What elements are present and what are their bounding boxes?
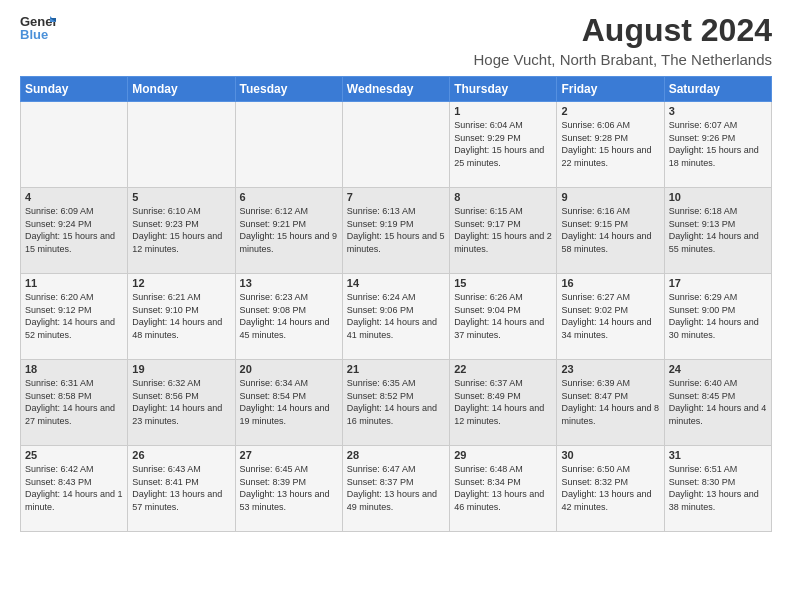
day-number: 17 bbox=[669, 277, 767, 289]
calendar-cell: 22Sunrise: 6:37 AMSunset: 8:49 PMDayligh… bbox=[450, 360, 557, 446]
day-info: Sunrise: 6:26 AM bbox=[454, 291, 552, 304]
calendar-day-header: Sunday bbox=[21, 77, 128, 102]
svg-text:Blue: Blue bbox=[20, 27, 48, 42]
day-info: Sunrise: 6:29 AM bbox=[669, 291, 767, 304]
calendar-cell: 26Sunrise: 6:43 AMSunset: 8:41 PMDayligh… bbox=[128, 446, 235, 532]
day-info: Daylight: 14 hours and 45 minutes. bbox=[240, 316, 338, 341]
calendar-day-header: Friday bbox=[557, 77, 664, 102]
day-number: 6 bbox=[240, 191, 338, 203]
day-info: Sunrise: 6:35 AM bbox=[347, 377, 445, 390]
calendar-cell: 27Sunrise: 6:45 AMSunset: 8:39 PMDayligh… bbox=[235, 446, 342, 532]
day-info: Sunset: 9:23 PM bbox=[132, 218, 230, 231]
day-info: Sunset: 9:17 PM bbox=[454, 218, 552, 231]
calendar-cell: 28Sunrise: 6:47 AMSunset: 8:37 PMDayligh… bbox=[342, 446, 449, 532]
calendar-cell: 7Sunrise: 6:13 AMSunset: 9:19 PMDaylight… bbox=[342, 188, 449, 274]
day-info: Daylight: 14 hours and 19 minutes. bbox=[240, 402, 338, 427]
day-number: 3 bbox=[669, 105, 767, 117]
day-info: Sunrise: 6:06 AM bbox=[561, 119, 659, 132]
day-number: 21 bbox=[347, 363, 445, 375]
calendar-cell: 18Sunrise: 6:31 AMSunset: 8:58 PMDayligh… bbox=[21, 360, 128, 446]
day-info: Daylight: 15 hours and 12 minutes. bbox=[132, 230, 230, 255]
calendar-cell: 24Sunrise: 6:40 AMSunset: 8:45 PMDayligh… bbox=[664, 360, 771, 446]
day-info: Daylight: 13 hours and 38 minutes. bbox=[669, 488, 767, 513]
day-info: Sunset: 8:43 PM bbox=[25, 476, 123, 489]
day-info: Sunrise: 6:12 AM bbox=[240, 205, 338, 218]
day-info: Daylight: 14 hours and 52 minutes. bbox=[25, 316, 123, 341]
day-number: 22 bbox=[454, 363, 552, 375]
day-info: Sunrise: 6:24 AM bbox=[347, 291, 445, 304]
day-info: Sunset: 9:02 PM bbox=[561, 304, 659, 317]
day-number: 16 bbox=[561, 277, 659, 289]
calendar-cell bbox=[128, 102, 235, 188]
calendar-cell bbox=[235, 102, 342, 188]
calendar-cell: 19Sunrise: 6:32 AMSunset: 8:56 PMDayligh… bbox=[128, 360, 235, 446]
day-number: 5 bbox=[132, 191, 230, 203]
day-number: 12 bbox=[132, 277, 230, 289]
day-info: Daylight: 15 hours and 9 minutes. bbox=[240, 230, 338, 255]
day-number: 25 bbox=[25, 449, 123, 461]
day-info: Daylight: 13 hours and 57 minutes. bbox=[132, 488, 230, 513]
day-number: 13 bbox=[240, 277, 338, 289]
calendar-cell: 10Sunrise: 6:18 AMSunset: 9:13 PMDayligh… bbox=[664, 188, 771, 274]
day-info: Sunset: 9:26 PM bbox=[669, 132, 767, 145]
calendar-cell: 16Sunrise: 6:27 AMSunset: 9:02 PMDayligh… bbox=[557, 274, 664, 360]
day-info: Daylight: 14 hours and 12 minutes. bbox=[454, 402, 552, 427]
day-number: 31 bbox=[669, 449, 767, 461]
day-info: Daylight: 14 hours and 58 minutes. bbox=[561, 230, 659, 255]
calendar-cell: 12Sunrise: 6:21 AMSunset: 9:10 PMDayligh… bbox=[128, 274, 235, 360]
day-info: Sunset: 9:24 PM bbox=[25, 218, 123, 231]
day-number: 10 bbox=[669, 191, 767, 203]
day-number: 9 bbox=[561, 191, 659, 203]
day-info: Daylight: 15 hours and 18 minutes. bbox=[669, 144, 767, 169]
day-info: Sunrise: 6:18 AM bbox=[669, 205, 767, 218]
day-info: Sunset: 8:34 PM bbox=[454, 476, 552, 489]
calendar-cell: 5Sunrise: 6:10 AMSunset: 9:23 PMDaylight… bbox=[128, 188, 235, 274]
day-info: Daylight: 14 hours and 41 minutes. bbox=[347, 316, 445, 341]
day-info: Sunrise: 6:15 AM bbox=[454, 205, 552, 218]
day-info: Daylight: 15 hours and 15 minutes. bbox=[25, 230, 123, 255]
calendar-cell: 14Sunrise: 6:24 AMSunset: 9:06 PMDayligh… bbox=[342, 274, 449, 360]
day-info: Sunrise: 6:16 AM bbox=[561, 205, 659, 218]
day-info: Daylight: 14 hours and 48 minutes. bbox=[132, 316, 230, 341]
calendar-cell: 3Sunrise: 6:07 AMSunset: 9:26 PMDaylight… bbox=[664, 102, 771, 188]
calendar-cell bbox=[21, 102, 128, 188]
calendar-cell: 9Sunrise: 6:16 AMSunset: 9:15 PMDaylight… bbox=[557, 188, 664, 274]
calendar-day-header: Saturday bbox=[664, 77, 771, 102]
day-info: Sunrise: 6:34 AM bbox=[240, 377, 338, 390]
day-info: Sunset: 9:00 PM bbox=[669, 304, 767, 317]
calendar-cell: 6Sunrise: 6:12 AMSunset: 9:21 PMDaylight… bbox=[235, 188, 342, 274]
day-info: Sunset: 8:41 PM bbox=[132, 476, 230, 489]
calendar-cell: 2Sunrise: 6:06 AMSunset: 9:28 PMDaylight… bbox=[557, 102, 664, 188]
day-info: Sunrise: 6:20 AM bbox=[25, 291, 123, 304]
day-info: Sunrise: 6:37 AM bbox=[454, 377, 552, 390]
day-info: Sunset: 8:32 PM bbox=[561, 476, 659, 489]
day-info: Daylight: 15 hours and 2 minutes. bbox=[454, 230, 552, 255]
calendar-cell: 13Sunrise: 6:23 AMSunset: 9:08 PMDayligh… bbox=[235, 274, 342, 360]
day-number: 2 bbox=[561, 105, 659, 117]
day-info: Sunrise: 6:21 AM bbox=[132, 291, 230, 304]
calendar-cell: 17Sunrise: 6:29 AMSunset: 9:00 PMDayligh… bbox=[664, 274, 771, 360]
day-info: Sunset: 9:21 PM bbox=[240, 218, 338, 231]
calendar-day-header: Tuesday bbox=[235, 77, 342, 102]
day-number: 18 bbox=[25, 363, 123, 375]
calendar-cell: 8Sunrise: 6:15 AMSunset: 9:17 PMDaylight… bbox=[450, 188, 557, 274]
day-info: Sunrise: 6:07 AM bbox=[669, 119, 767, 132]
day-number: 11 bbox=[25, 277, 123, 289]
day-info: Sunrise: 6:47 AM bbox=[347, 463, 445, 476]
day-info: Sunset: 9:29 PM bbox=[454, 132, 552, 145]
calendar-cell: 15Sunrise: 6:26 AMSunset: 9:04 PMDayligh… bbox=[450, 274, 557, 360]
day-info: Sunrise: 6:50 AM bbox=[561, 463, 659, 476]
day-info: Sunset: 8:39 PM bbox=[240, 476, 338, 489]
day-info: Sunset: 8:52 PM bbox=[347, 390, 445, 403]
day-info: Daylight: 14 hours and 34 minutes. bbox=[561, 316, 659, 341]
day-number: 29 bbox=[454, 449, 552, 461]
day-info: Sunset: 9:28 PM bbox=[561, 132, 659, 145]
day-info: Sunrise: 6:51 AM bbox=[669, 463, 767, 476]
calendar-cell bbox=[342, 102, 449, 188]
day-info: Daylight: 14 hours and 37 minutes. bbox=[454, 316, 552, 341]
day-number: 7 bbox=[347, 191, 445, 203]
day-info: Sunset: 8:37 PM bbox=[347, 476, 445, 489]
day-info: Sunset: 8:56 PM bbox=[132, 390, 230, 403]
day-info: Sunset: 9:15 PM bbox=[561, 218, 659, 231]
day-info: Daylight: 13 hours and 49 minutes. bbox=[347, 488, 445, 513]
